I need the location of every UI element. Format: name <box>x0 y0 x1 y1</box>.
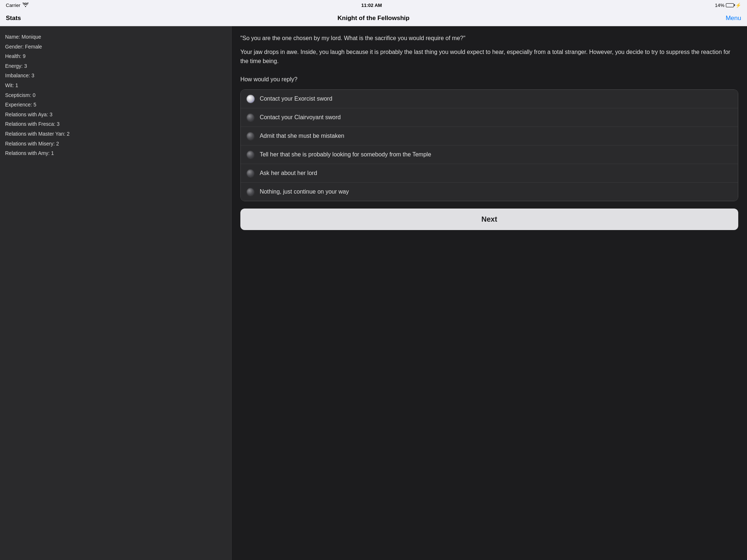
choice-text: Contact your Exorcist sword <box>260 96 332 102</box>
next-button[interactable]: Next <box>240 209 738 230</box>
choice-text: Contact your Clairvoyant sword <box>260 114 341 121</box>
status-bar: Carrier 11:02 AM 14% ⚡ <box>0 0 747 10</box>
status-left: Carrier <box>6 3 28 8</box>
choice-text: Nothing, just continue on your way <box>260 188 349 195</box>
story-quote: "So you are the one chosen by my lord. W… <box>240 34 738 43</box>
status-right: 14% ⚡ <box>715 3 741 8</box>
nav-stats-label: Stats <box>6 15 248 22</box>
story-text: "So you are the one chosen by my lord. W… <box>240 34 738 70</box>
bolt-icon: ⚡ <box>735 3 741 8</box>
main-layout: Name: MoniqueGender: FemaleHealth: 9Ener… <box>0 26 747 560</box>
status-time: 11:02 AM <box>361 3 382 8</box>
nav-bar: Stats Knight of the Fellowship Menu <box>0 10 747 26</box>
choice-text: Tell her that she is probably looking fo… <box>260 151 431 158</box>
nav-menu-button[interactable]: Menu <box>499 15 741 22</box>
choice-item[interactable]: Ask her about her lord <box>241 164 738 183</box>
choice-item[interactable]: Contact your Exorcist sword <box>241 90 738 108</box>
choice-text: Admit that she must be mistaken <box>260 133 344 139</box>
stat-item: Relations with Misery: 2 <box>5 139 226 149</box>
choice-text: Ask her about her lord <box>260 170 317 176</box>
stat-item: Health: 9 <box>5 51 226 61</box>
carrier-label: Carrier <box>6 3 20 8</box>
choice-item[interactable]: Contact your Clairvoyant sword <box>241 108 738 127</box>
content-area: "So you are the one chosen by my lord. W… <box>232 26 747 560</box>
radio-button <box>247 113 255 121</box>
story-narrative: Your jaw drops in awe. Inside, you laugh… <box>240 47 738 66</box>
radio-button <box>247 132 255 140</box>
stat-item: Energy: 3 <box>5 61 226 71</box>
battery-percent: 14% <box>715 3 724 8</box>
stat-item: Relations with Fresca: 3 <box>5 119 226 129</box>
radio-button <box>247 151 255 159</box>
stat-item: Imbalance: 3 <box>5 71 226 81</box>
stat-item: Relations with Amy: 1 <box>5 148 226 158</box>
stats-sidebar: Name: MoniqueGender: FemaleHealth: 9Ener… <box>0 26 232 560</box>
radio-button <box>247 188 255 196</box>
radio-button <box>247 95 255 103</box>
stat-item: Scepticism: 0 <box>5 90 226 100</box>
stat-item: Wit: 1 <box>5 81 226 90</box>
story-question: How would you reply? <box>240 76 738 83</box>
choices-container: Contact your Exorcist swordContact your … <box>240 89 738 201</box>
stat-item: Gender: Female <box>5 42 226 52</box>
stat-item: Experience: 5 <box>5 100 226 110</box>
radio-button <box>247 169 255 177</box>
stat-item: Relations with Master Yan: 2 <box>5 129 226 139</box>
battery-icon <box>726 3 734 7</box>
stat-item: Name: Monique <box>5 32 226 42</box>
choice-item[interactable]: Admit that she must be mistaken <box>241 127 738 145</box>
stat-item: Relations with Aya: 3 <box>5 110 226 120</box>
choice-item[interactable]: Nothing, just continue on your way <box>241 183 738 201</box>
nav-title: Knight of the Fellowship <box>252 15 495 22</box>
choice-item[interactable]: Tell her that she is probably looking fo… <box>241 145 738 164</box>
wifi-icon <box>23 3 28 8</box>
